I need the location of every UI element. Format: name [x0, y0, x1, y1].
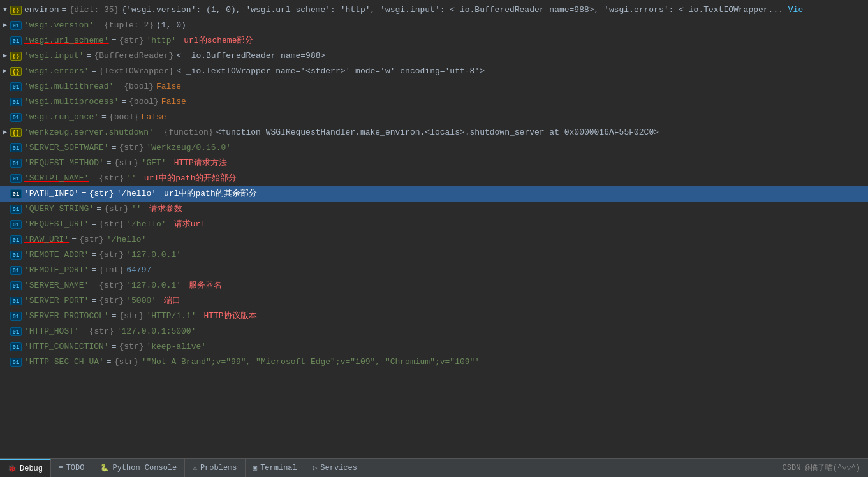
- debug-row[interactable]: 01'SERVER_PORT' = {str} '5000'端口: [0, 293, 868, 309]
- var-key: 'RAW_URI': [24, 233, 69, 247]
- annotation-text: 请求参数: [149, 202, 182, 216]
- var-value: < _io.BufferedReader name=988>: [176, 49, 325, 63]
- debug-variable-list[interactable]: {}environ = {dict: 35} {'wsgi.version': …: [0, 0, 868, 372]
- annotation-text: url中的path的开始部分: [144, 172, 237, 186]
- var-key: 'REQUEST_URI': [24, 217, 89, 231]
- var-key: 'SERVER_PROTOCOL': [24, 309, 109, 323]
- debug-row[interactable]: 01'wsgi.version' = {tuple: 2} (1, 0): [0, 18, 868, 33]
- debug-row[interactable]: 01'REQUEST_METHOD' = {str} 'GET'HTTP请求方法: [0, 156, 868, 171]
- debug-row[interactable]: 01'SERVER_SOFTWARE' = {str} 'Werkzeug/0.…: [0, 140, 868, 156]
- var-value: 'GET': [142, 156, 166, 170]
- var-value: '127.0.0.1': [126, 248, 181, 262]
- var-value: '/hello': [126, 217, 166, 231]
- todo-label: TODO: [66, 464, 85, 473]
- equals-sign: =: [82, 187, 87, 201]
- expand-arrow[interactable]: [0, 128, 10, 138]
- var-value: '/hello': [107, 233, 146, 247]
- type-icon-str: 01: [10, 327, 22, 336]
- type-label: {str}: [99, 279, 124, 293]
- expand-arrow[interactable]: [0, 51, 10, 61]
- debug-row[interactable]: 01'SERVER_NAME' = {str} '127.0.0.1'服务器名: [0, 278, 868, 293]
- var-value: {'wsgi.version': (1, 0), 'wsgi.url_schem…: [121, 3, 803, 17]
- debug-row[interactable]: 01'HTTP_HOST' = {str} '127.0.0.1:5000': [0, 324, 868, 339]
- var-value: 'HTTP/1.1': [146, 309, 196, 323]
- debug-row[interactable]: 01'REMOTE_PORT' = {int} 64797: [0, 263, 868, 278]
- type-icon-str: 01: [10, 358, 22, 367]
- expand-arrow[interactable]: [0, 20, 10, 31]
- debug-row[interactable]: 01'wsgi.url_scheme' = {str} 'http'url的sc…: [0, 33, 868, 48]
- type-icon-str: 01: [10, 220, 22, 229]
- var-value: <function WSGIRequestHandler.make_enviro…: [216, 126, 659, 140]
- equals-sign: =: [87, 49, 92, 63]
- problems-icon: ⚠: [193, 464, 197, 472]
- var-key: 'wsgi.run_once': [24, 110, 99, 124]
- debug-row[interactable]: 01'SERVER_PROTOCOL' = {str} 'HTTP/1.1'HT…: [0, 309, 868, 324]
- equals-sign: =: [101, 110, 107, 124]
- expand-arrow[interactable]: [0, 5, 10, 15]
- debug-row[interactable]: 01'REQUEST_URI' = {str} '/hello'请求url: [0, 217, 868, 232]
- debug-icon: 🐞: [8, 464, 17, 473]
- debug-row[interactable]: 01'PATH_INFO' = {str} '/hello'url中的path的…: [0, 186, 868, 202]
- type-label: {str}: [79, 233, 104, 247]
- debug-row[interactable]: {}'werkzeug.server.shutdown' = {function…: [0, 125, 868, 140]
- var-key: 'wsgi.url_scheme': [24, 34, 109, 48]
- type-icon-str: 01: [10, 205, 22, 214]
- toolbar-tab-terminal[interactable]: ▣Terminal: [246, 459, 305, 478]
- debug-row[interactable]: 01'RAW_URI' = {str} '/hello': [0, 232, 868, 247]
- debug-row[interactable]: {}environ = {dict: 35} {'wsgi.version': …: [0, 3, 868, 18]
- type-icon-str: 01: [10, 159, 22, 168]
- var-key: 'REMOTE_PORT': [24, 263, 89, 277]
- problems-label: Problems: [200, 464, 237, 473]
- csdn-credit: CSDN @橘子喵(^▽▽^): [783, 462, 868, 473]
- expand-arrow[interactable]: [0, 66, 10, 77]
- debug-row[interactable]: 01'HTTP_SEC_CH_UA' = {str} '"Not_A Brand…: [0, 355, 868, 370]
- annotation-text: url中的path的其余部分: [164, 187, 257, 201]
- type-icon-str: 01: [10, 235, 22, 244]
- var-value: False: [156, 80, 181, 94]
- toolbar-tab-services[interactable]: ▷Services: [305, 459, 365, 478]
- type-label: {str}: [99, 217, 124, 231]
- annotation-text: 服务器名: [189, 279, 222, 293]
- debug-row[interactable]: 01'SCRIPT_NAME' = {str} ''url中的path的开始部分: [0, 171, 868, 186]
- type-icon-str: 01: [10, 251, 22, 260]
- type-icon-str: 01: [10, 342, 22, 351]
- type-icon-buffered: {}: [10, 52, 22, 61]
- equals-sign: =: [91, 172, 96, 186]
- view-link[interactable]: Vie: [788, 5, 803, 15]
- annotation-text: 端口: [164, 294, 180, 308]
- equals-sign: =: [91, 248, 96, 262]
- toolbar-tab-todo[interactable]: ≡TODO: [51, 459, 92, 478]
- services-label: Services: [320, 464, 357, 473]
- type-label: {TextIOWrapper}: [99, 64, 173, 78]
- annotation-text: HTTP协议版本: [203, 309, 256, 323]
- toolbar-tab-debug[interactable]: 🐞Debug: [0, 459, 51, 478]
- debug-row[interactable]: 01'HTTP_CONNECTION' = {str} 'keep-alive': [0, 339, 868, 355]
- debug-row[interactable]: 01'wsgi.multiprocess' = {bool} False: [0, 94, 868, 110]
- var-value: '': [131, 202, 142, 216]
- debug-row[interactable]: 01'wsgi.multithread' = {bool} False: [0, 79, 868, 94]
- equals-sign: =: [107, 156, 112, 170]
- equals-sign: =: [91, 64, 96, 78]
- var-key: 'SERVER_PORT': [24, 294, 89, 308]
- debug-row[interactable]: 01'REMOTE_ADDR' = {str} '127.0.0.1': [0, 247, 868, 263]
- equals-sign: =: [91, 294, 96, 308]
- type-icon-int: 01: [10, 266, 22, 275]
- debug-row[interactable]: {}'wsgi.input' = {BufferedReader} < _io.…: [0, 48, 868, 64]
- debug-row[interactable]: 01'QUERY_STRING' = {str} ''请求参数: [0, 202, 868, 217]
- toolbar-tab-python_console[interactable]: 🐍Python Console: [92, 459, 185, 478]
- type-label: {str}: [99, 172, 124, 186]
- debug-row[interactable]: 01'wsgi.run_once' = {bool} False: [0, 110, 868, 125]
- type-label: {bool}: [124, 80, 154, 94]
- type-label: {function}: [164, 126, 214, 140]
- equals-sign: =: [107, 355, 112, 369]
- type-icon-bool: 01: [10, 113, 22, 122]
- type-label: {bool}: [109, 110, 139, 124]
- equals-sign: =: [71, 233, 77, 247]
- debug-row[interactable]: {}'wsgi.errors' = {TextIOWrapper} < _io.…: [0, 64, 868, 79]
- type-label: {bool}: [129, 95, 159, 109]
- equals-sign: =: [82, 325, 87, 339]
- toolbar-tab-problems[interactable]: ⚠Problems: [185, 459, 245, 478]
- debug-label: Debug: [20, 464, 43, 473]
- var-key: 'wsgi.version': [24, 18, 94, 33]
- type-label: {str}: [99, 248, 124, 262]
